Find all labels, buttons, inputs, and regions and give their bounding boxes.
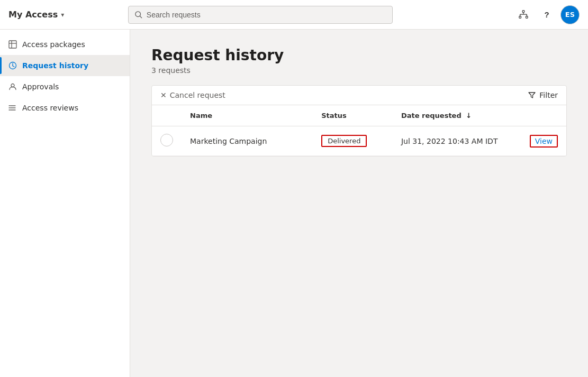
page-title: Request history [151,47,567,64]
svg-line-1 [140,16,142,18]
sort-desc-icon: ↓ [466,112,472,119]
sidebar-label-access-packages: Access packages [22,40,85,49]
table-row: Marketing Campaign Delivered Jul 31, 202… [152,126,566,156]
network-icon-btn[interactable] [514,5,533,24]
status-badge: Delivered [321,135,367,147]
network-icon [519,10,528,20]
brand-label: My Access [8,10,58,20]
row-checkbox-cell[interactable] [152,126,182,156]
sidebar-label-request-history: Request history [22,61,88,70]
sidebar-item-request-history[interactable]: Request history [0,55,130,76]
svg-point-21 [9,109,10,111]
row-action[interactable]: View [506,126,566,156]
filter-btn[interactable]: Filter [528,91,558,99]
sidebar-label-approvals: Approvals [22,82,59,91]
svg-point-19 [9,105,10,106]
main-content: Request history 3 requests ✕ Cancel requ… [130,30,588,377]
col-header-status: Status [313,105,393,126]
svg-rect-9 [9,41,16,48]
user-avatar[interactable]: ES [560,5,580,24]
page-subtitle: 3 requests [151,66,567,75]
request-table-container: ✕ Cancel request Filter Name [151,85,567,157]
sidebar-label-access-reviews: Access reviews [22,104,78,112]
topbar: My Access ▾ ? ES [0,0,588,30]
topbar-actions: ? ES [514,5,580,24]
view-link[interactable]: View [530,135,558,148]
person-icon [8,82,17,91]
sidebar-item-access-reviews[interactable]: Access reviews [0,97,130,118]
svg-point-20 [9,107,10,108]
search-icon [135,11,142,19]
table-toolbar: ✕ Cancel request Filter [152,86,566,105]
filter-icon [528,91,536,99]
col-header-name: Name [182,105,313,126]
brand-chevron-icon: ▾ [61,11,64,19]
row-select-checkbox[interactable] [160,134,173,146]
cancel-request-btn[interactable]: ✕ Cancel request [160,91,225,99]
x-icon: ✕ [160,91,167,99]
avatar-initials: ES [565,11,575,19]
row-date: Jul 31, 2022 10:43 AM IDT [393,126,506,156]
clock-icon [8,61,17,70]
table-header-row: Name Status Date requested ↓ [152,105,566,126]
svg-line-14 [13,66,14,67]
col-header-checkbox [152,105,182,126]
brand-logo[interactable]: My Access ▾ [8,10,64,20]
col-header-action [506,105,566,126]
search-input[interactable] [147,11,386,19]
sidebar-item-access-packages[interactable]: Access packages [0,34,130,55]
col-header-date[interactable]: Date requested ↓ [393,105,506,126]
help-icon: ? [544,10,549,19]
sidebar-item-approvals[interactable]: Approvals [0,76,130,97]
app-layout: Access packages Request history Approval… [0,30,588,377]
filter-label: Filter [539,91,558,99]
table-icon [8,40,17,49]
list-icon [8,104,17,112]
cancel-request-label: Cancel request [170,91,225,99]
row-name: Marketing Campaign [182,126,313,156]
help-btn[interactable]: ? [537,5,556,24]
svg-point-15 [11,84,14,87]
search-bar[interactable] [128,6,393,24]
svg-rect-3 [519,16,521,18]
row-status: Delivered [313,126,393,156]
svg-rect-2 [522,10,524,12]
requests-table: Name Status Date requested ↓ [152,105,566,156]
svg-rect-4 [526,16,528,18]
sidebar: Access packages Request history Approval… [0,30,130,377]
